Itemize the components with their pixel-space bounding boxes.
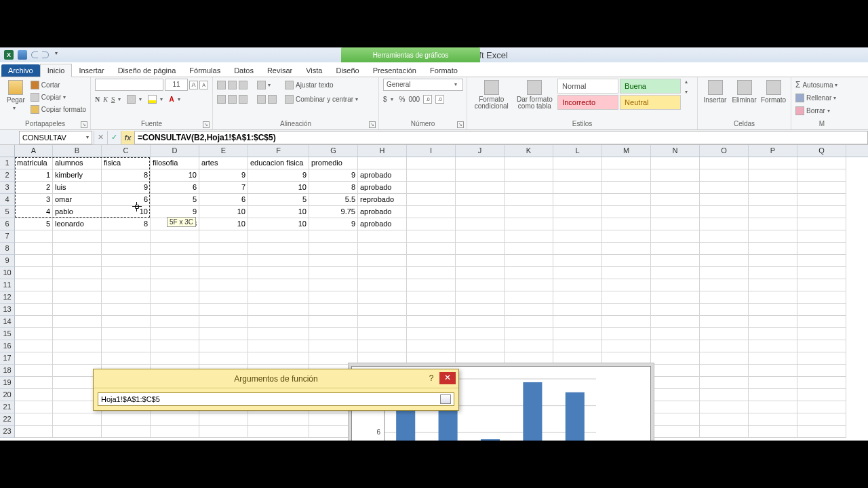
cell[interactable] [749,218,797,230]
cell[interactable] [749,243,797,255]
cell[interactable]: 9 [199,169,248,182]
cell[interactable] [749,230,797,243]
cell[interactable]: 8 [309,182,358,194]
cell[interactable] [700,328,749,340]
cell[interactable] [651,377,700,389]
style-bad[interactable]: Incorrecto [557,95,618,110]
cell[interactable] [358,157,407,169]
cell[interactable] [797,377,846,389]
cell[interactable] [456,218,505,230]
cell[interactable] [102,340,151,352]
cell[interactable]: 7 [199,182,248,194]
cell[interactable] [407,230,456,243]
cell[interactable] [53,413,102,426]
cell[interactable] [248,267,309,279]
cell[interactable]: 5 [151,194,199,206]
row-header[interactable]: 8 [0,243,15,255]
cell[interactable] [700,377,749,389]
cell[interactable] [151,279,199,291]
cell[interactable]: 2 [15,182,53,194]
col-header[interactable]: P [749,145,797,157]
cell[interactable] [456,230,505,243]
cell[interactable] [151,291,199,304]
cell[interactable] [407,304,456,316]
cell[interactable] [797,426,846,438]
cell[interactable] [309,352,358,365]
cell[interactable] [651,169,700,182]
cell[interactable] [15,401,53,413]
cell[interactable] [309,340,358,352]
cell[interactable] [407,279,456,291]
cell[interactable] [505,328,553,340]
cancel-formula-icon[interactable]: ✕ [94,131,107,144]
cell[interactable] [407,291,456,304]
align-middle-icon[interactable] [228,81,237,89]
cell[interactable] [102,316,151,328]
cell[interactable] [358,267,407,279]
tab-review[interactable]: Revisar [260,64,299,77]
cell[interactable] [602,316,651,328]
cell[interactable] [15,352,53,365]
cell[interactable]: aprobado [358,206,407,218]
cell[interactable] [749,206,797,218]
cell[interactable] [553,304,602,316]
cell[interactable] [199,328,248,340]
cell[interactable] [505,255,553,267]
align-left-icon[interactable] [217,95,226,104]
cell[interactable] [456,304,505,316]
row-header[interactable]: 17 [0,352,15,365]
cell[interactable] [651,291,700,304]
style-normal[interactable]: Normal [557,79,618,94]
cell[interactable] [651,328,700,340]
cell[interactable] [309,304,358,316]
cell[interactable] [151,243,199,255]
cell[interactable] [651,243,700,255]
cell[interactable] [700,157,749,169]
cell[interactable] [749,267,797,279]
font-family-select[interactable] [95,79,163,91]
cell[interactable] [102,426,151,438]
row-header[interactable]: 7 [0,230,15,243]
col-header[interactable]: D [151,145,199,157]
cell[interactable] [15,255,53,267]
col-header[interactable]: N [651,145,700,157]
cell[interactable] [309,255,358,267]
cell[interactable] [553,352,602,365]
align-right-icon[interactable] [239,95,248,104]
cell[interactable] [199,243,248,255]
insert-cells-button[interactable]: Insertar [703,79,728,105]
cell[interactable] [797,304,846,316]
decrease-decimal-icon[interactable]: .0 [435,95,444,104]
redo-icon[interactable] [42,52,49,58]
row-header[interactable]: 18 [0,365,15,377]
row-header[interactable]: 3 [0,182,15,194]
cell[interactable] [456,255,505,267]
cell[interactable] [505,340,553,352]
cell[interactable] [199,255,248,267]
row-header[interactable]: 14 [0,316,15,328]
clear-button[interactable]: Borrar▾ [795,104,833,117]
cell[interactable] [700,304,749,316]
autosum-button[interactable]: ΣAutosuma▾ [795,79,840,91]
cell[interactable] [651,279,700,291]
row-header[interactable]: 1 [0,157,15,169]
cell[interactable] [797,352,846,365]
cell[interactable] [700,389,749,401]
cell[interactable] [797,279,846,291]
cell[interactable]: 5.5 [309,194,358,206]
cell[interactable] [651,267,700,279]
cell[interactable] [102,413,151,426]
cell[interactable] [15,413,53,426]
cell[interactable]: filosofia [151,157,199,169]
cell[interactable] [602,304,651,316]
cell[interactable] [797,206,846,218]
cell[interactable] [53,279,102,291]
cell[interactable] [505,157,553,169]
cell[interactable] [749,365,797,377]
row-header[interactable]: 11 [0,279,15,291]
cell[interactable] [797,401,846,413]
row-header[interactable]: 4 [0,194,15,206]
cell[interactable] [407,340,456,352]
currency-icon[interactable]: $ [383,96,387,103]
cell[interactable] [248,316,309,328]
